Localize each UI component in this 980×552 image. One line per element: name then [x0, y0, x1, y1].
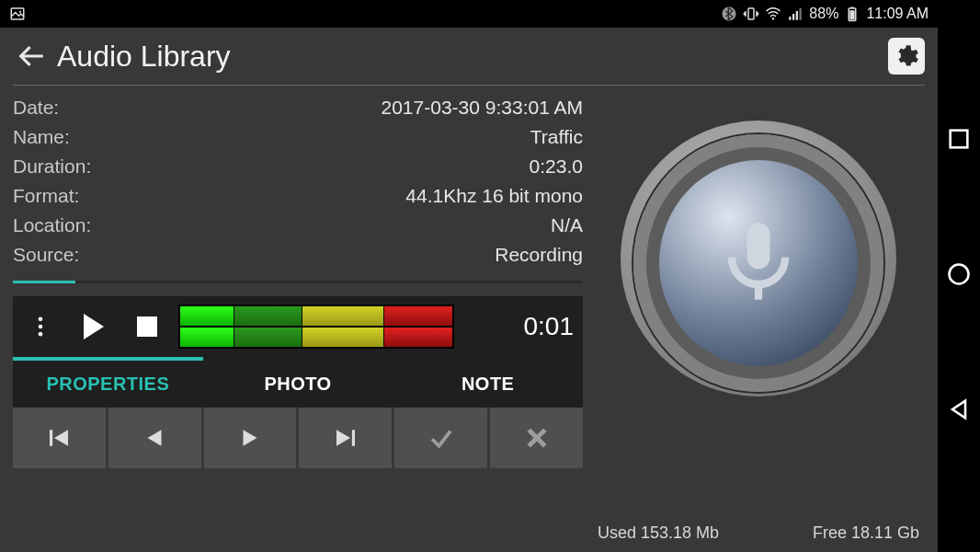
play-button[interactable]	[72, 305, 116, 349]
duration-value: 0:23.0	[530, 152, 583, 181]
svg-rect-19	[951, 131, 968, 148]
date-label: Date:	[13, 93, 59, 122]
source-label: Source:	[13, 240, 79, 270]
settings-button[interactable]	[888, 38, 925, 75]
previous-button[interactable]	[108, 408, 201, 468]
svg-rect-8	[800, 8, 802, 20]
bluetooth-icon	[721, 6, 737, 22]
storage-free: Free 18.11 Gb	[813, 523, 919, 543]
svg-rect-7	[796, 11, 798, 20]
skip-first-button[interactable]	[13, 408, 106, 468]
page-title: Audio Library	[57, 40, 888, 74]
back-button[interactable]	[13, 38, 50, 75]
next-button[interactable]	[204, 408, 297, 468]
svg-rect-3	[748, 8, 754, 19]
more-menu-button[interactable]	[18, 305, 63, 349]
tab-properties[interactable]: PROPERTIES	[13, 357, 203, 408]
nav-back-button[interactable]	[946, 397, 972, 426]
storage-used: Used 153.18 Mb	[598, 523, 719, 543]
vibrate-icon	[743, 6, 759, 22]
svg-rect-6	[792, 14, 794, 20]
playback-progress[interactable]	[13, 281, 583, 283]
svg-rect-16	[352, 430, 355, 446]
name-label: Name:	[13, 122, 70, 152]
tab-note[interactable]: NOTE	[393, 357, 583, 408]
location-value: N/A	[551, 211, 583, 240]
skip-last-button[interactable]	[299, 408, 392, 468]
elapsed-time: 0:01	[524, 312, 575, 341]
microphone-icon	[712, 215, 804, 311]
svg-point-20	[950, 264, 969, 283]
svg-point-14	[39, 332, 43, 337]
statusbar-time: 11:09 AM	[866, 6, 929, 22]
name-value: Traffic	[530, 122, 583, 152]
svg-point-13	[39, 325, 43, 329]
battery-percentage: 88%	[809, 6, 838, 22]
date-value: 2017-03-30 9:33:01 AM	[382, 93, 584, 122]
svg-rect-11	[850, 10, 855, 19]
nav-recent-button[interactable]	[946, 126, 972, 155]
nav-home-button[interactable]	[946, 261, 972, 291]
confirm-button[interactable]	[394, 408, 487, 468]
svg-point-1	[19, 11, 21, 13]
signal-icon	[787, 6, 803, 22]
svg-point-12	[39, 317, 43, 322]
record-button[interactable]	[621, 121, 896, 397]
duration-label: Duration:	[13, 152, 91, 181]
wifi-icon	[765, 6, 781, 22]
image-icon	[9, 6, 26, 22]
svg-rect-15	[50, 430, 52, 446]
divider	[13, 85, 925, 86]
stop-button[interactable]	[125, 305, 169, 349]
svg-rect-10	[851, 7, 854, 9]
battery-icon	[844, 6, 860, 22]
format-value: 44.1Khz 16 bit mono	[405, 181, 583, 211]
properties-panel: Date:2017-03-30 9:33:01 AM Name:Traffic …	[13, 93, 583, 270]
svg-rect-17	[747, 223, 770, 269]
location-label: Location:	[13, 211, 91, 240]
svg-rect-5	[790, 17, 792, 20]
level-meter	[178, 305, 454, 349]
source-value: Recording	[495, 240, 583, 270]
android-statusbar: 88% 11:09 AM	[0, 0, 938, 28]
svg-point-4	[772, 17, 774, 19]
format-label: Format:	[13, 181, 79, 211]
delete-button[interactable]	[490, 408, 583, 468]
tab-photo[interactable]: PHOTO	[203, 357, 393, 408]
